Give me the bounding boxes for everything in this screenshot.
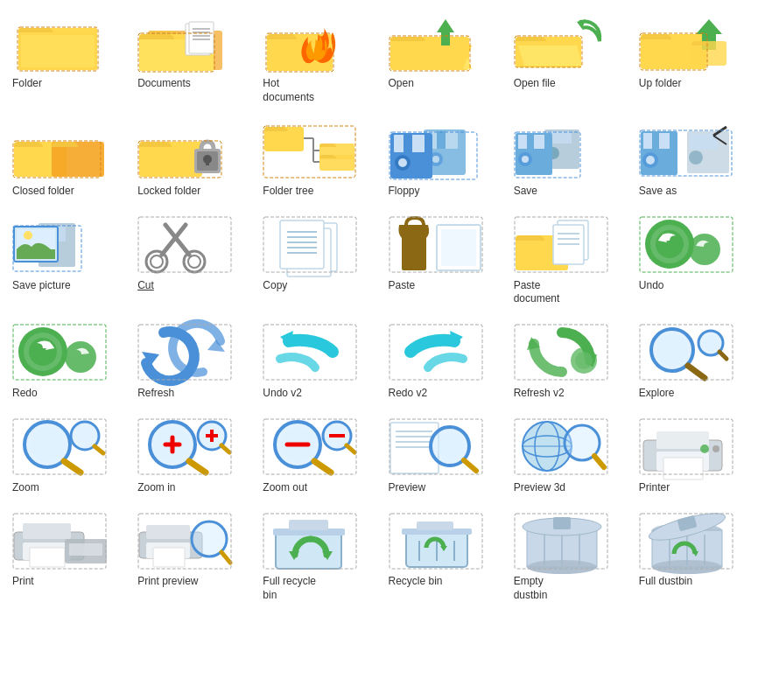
svg-point-142 (31, 428, 64, 461)
icon-cell-full-dustbin: Full dustbin (635, 507, 756, 606)
svg-rect-52 (404, 135, 412, 152)
icon-cell-redo: Redo (9, 318, 130, 404)
icon-label-print-preview: Print preview (137, 575, 198, 589)
icon-image-empty-dustbin (514, 510, 610, 571)
icon-cell-up-folder: Up folder (635, 9, 756, 108)
svg-rect-128 (390, 325, 482, 380)
icon-image-redo (12, 322, 109, 383)
icon-image-preview-3d (514, 416, 610, 478)
icon-cell-zoom: Zoom (9, 413, 130, 499)
icon-image-print-preview (137, 510, 234, 571)
icon-image-print (12, 510, 109, 571)
icon-cell-print: Print (9, 507, 130, 606)
icon-cell-hot-documents: Hotdocuments (259, 9, 380, 108)
svg-rect-193 (69, 543, 102, 556)
icon-label-folder: Folder (12, 77, 42, 91)
icon-cell-folder-tree: Folder tree (259, 116, 380, 202)
icon-cell-copy: Copy (259, 211, 380, 310)
icon-image-paste-document (514, 214, 610, 276)
icon-image-locked-folder (137, 120, 234, 181)
icon-cell-zoom-in: Zoom in (134, 413, 255, 499)
icon-label-full-recycle-bin: Full recyclebin (263, 575, 316, 602)
icon-image-open-file (514, 12, 610, 74)
icon-label-zoom: Zoom (12, 481, 39, 495)
icon-label-closed-folder: Closed folder (12, 185, 74, 199)
icon-cell-open: Open (385, 9, 506, 108)
icon-image-copy (263, 214, 359, 276)
icon-label-printer: Printer (639, 481, 670, 495)
icon-cell-preview: Preview (385, 413, 506, 499)
icon-cell-folder: Folder (9, 9, 130, 108)
icon-image-zoom-out (263, 416, 359, 478)
icon-image-folder (12, 12, 109, 74)
svg-rect-198 (153, 548, 185, 567)
icon-image-up-folder (639, 12, 735, 74)
svg-rect-92 (280, 220, 324, 269)
svg-rect-189 (23, 523, 71, 539)
icon-image-full-recycle-bin (263, 510, 359, 571)
svg-point-72 (689, 150, 703, 164)
icon-label-preview-3d: Preview 3d (514, 481, 565, 495)
svg-rect-191 (30, 548, 65, 567)
icon-label-recycle-bin: Recycle bin (389, 575, 443, 589)
icon-label-refresh: Refresh (137, 387, 174, 401)
icon-label-redo-v2: Redo v2 (389, 387, 428, 401)
svg-rect-100 (441, 229, 476, 266)
svg-point-69 (646, 156, 655, 164)
svg-point-87 (151, 256, 163, 268)
icon-image-printer (639, 416, 735, 478)
icon-cell-empty-dustbin: Emptydustbin (510, 507, 631, 606)
icon-cell-explore: Explore (635, 318, 756, 404)
svg-line-86 (165, 225, 189, 255)
icon-label-save-picture: Save picture (12, 279, 71, 293)
icon-cell-paste: Paste (385, 211, 506, 310)
icon-grid: Folder Documents Hotdocuments (9, 9, 756, 606)
svg-point-81 (24, 231, 32, 240)
icon-label-refresh-v2: Refresh v2 (514, 387, 565, 401)
icon-image-save-as (639, 120, 735, 181)
icon-label-full-dustbin: Full dustbin (639, 575, 692, 589)
icon-label-hot-documents: Hotdocuments (263, 77, 314, 104)
svg-line-139 (719, 352, 726, 359)
icon-image-zoom (12, 416, 109, 478)
icon-label-save-as: Save as (639, 185, 677, 199)
svg-point-171 (437, 433, 463, 459)
svg-point-49 (432, 156, 439, 163)
icon-image-closed-folder (12, 120, 109, 181)
icon-image-zoom-in (137, 416, 234, 478)
svg-point-185 (700, 444, 709, 453)
icon-label-paste: Paste (389, 279, 416, 293)
icon-image-preview (389, 416, 485, 478)
icon-image-refresh (137, 322, 234, 383)
svg-rect-61 (527, 135, 534, 149)
icon-cell-floppy: Floppy (385, 116, 506, 202)
svg-point-138 (703, 335, 719, 351)
icon-label-undo: Undo (639, 279, 664, 293)
icon-image-recycle-bin (389, 510, 485, 571)
icon-cell-preview-3d: Preview 3d (510, 413, 631, 499)
icon-label-preview: Preview (389, 481, 426, 495)
svg-line-85 (162, 225, 186, 255)
svg-line-179 (594, 456, 604, 467)
svg-rect-67 (652, 133, 659, 149)
icon-label-zoom-in: Zoom in (137, 481, 175, 495)
icon-cell-undo-v2: Undo v2 (259, 318, 380, 404)
icon-cell-save: Save (510, 116, 631, 202)
icon-label-locked-folder: Locked folder (137, 185, 200, 199)
icon-image-open (389, 12, 485, 74)
svg-rect-4 (21, 35, 95, 67)
icon-image-redo-v2 (389, 322, 485, 383)
icon-image-hot-documents (263, 12, 359, 74)
svg-line-155 (221, 445, 229, 452)
svg-point-186 (712, 445, 719, 452)
svg-line-159 (314, 461, 331, 472)
icon-image-save-picture (12, 214, 109, 276)
svg-rect-126 (263, 325, 356, 380)
svg-rect-204 (289, 520, 328, 530)
icon-image-floppy (389, 120, 485, 181)
icon-cell-refresh: Refresh (134, 318, 255, 404)
svg-rect-47 (437, 131, 446, 149)
svg-rect-184 (663, 458, 703, 480)
icon-image-cut (137, 214, 234, 276)
icon-cell-save-as: Save as (635, 116, 756, 202)
